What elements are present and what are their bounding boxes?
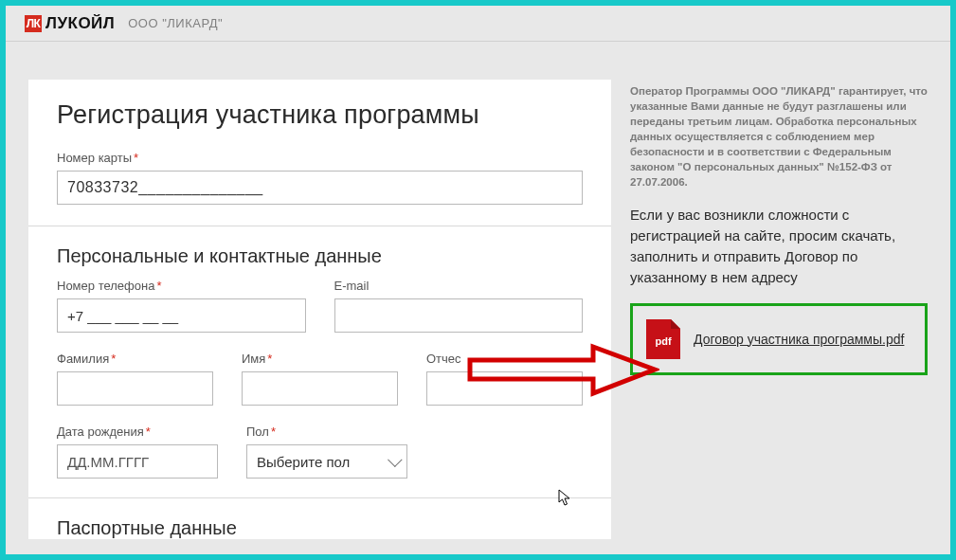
dob-field: Дата рождения* ДД.ММ.ГГГГ	[57, 425, 218, 479]
required-mark: *	[134, 151, 138, 165]
required-mark: *	[267, 352, 272, 366]
card-number-label: Номер карты*	[57, 151, 583, 165]
name-field: Имя*	[242, 352, 398, 406]
brand-logo-icon: ЛК	[25, 15, 42, 32]
gender-label-text: Пол	[246, 425, 269, 439]
gender-field: Пол* Выберите пол	[246, 425, 407, 479]
company-name: ООО "ЛИКАРД"	[128, 16, 223, 30]
gender-select[interactable]: Выберите пол	[246, 444, 407, 479]
surname-field: Фамилия*	[57, 352, 213, 406]
row-dob-gender: Дата рождения* ДД.ММ.ГГГГ Пол* Выберите …	[57, 425, 583, 479]
section-divider	[28, 497, 611, 498]
name-label: Имя*	[242, 352, 398, 366]
gender-label: Пол*	[246, 425, 407, 439]
brand: ЛК ЛУКОЙЛ	[25, 14, 115, 33]
surname-label-text: Фамилия	[57, 352, 109, 366]
section-heading-passport: Паспортные данные	[57, 517, 583, 539]
row-phone-email: Номер телефона* E-mail	[57, 279, 583, 333]
content: Регистрация участника программы Номер ка…	[6, 42, 950, 539]
section-divider	[28, 226, 611, 226]
topbar: ЛК ЛУКОЙЛ ООО "ЛИКАРД"	[6, 6, 950, 42]
required-mark: *	[146, 425, 151, 439]
gender-select-wrap: Выберите пол	[246, 444, 407, 479]
email-label: E-mail	[334, 279, 584, 293]
card-number-input[interactable]	[57, 171, 583, 205]
surname-input[interactable]	[57, 371, 213, 406]
card-number-field: Номер карты*	[57, 151, 583, 205]
phone-label: Номер телефона*	[57, 279, 306, 293]
download-contract-link[interactable]: Договор участника программы.pdf	[694, 331, 904, 349]
app-frame: ЛК ЛУКОЙЛ ООО "ЛИКАРД" Регистрация участ…	[0, 0, 956, 560]
help-text: Если у вас возникли сложности с регистра…	[630, 205, 928, 288]
email-input[interactable]	[334, 298, 584, 333]
aside: Оператор Программы ООО "ЛИКАРД" гарантир…	[630, 80, 928, 375]
disclaimer-text: Оператор Программы ООО "ЛИКАРД" гарантир…	[630, 83, 928, 190]
dob-label-text: Дата рождения	[57, 425, 144, 439]
card-number-label-text: Номер карты	[57, 151, 132, 165]
patronymic-input[interactable]	[426, 371, 583, 406]
required-mark: *	[111, 352, 116, 366]
phone-field: Номер телефона*	[57, 279, 306, 333]
phone-input[interactable]	[57, 298, 306, 333]
registration-form-panel: Регистрация участника программы Номер ка…	[28, 80, 611, 539]
surname-label: Фамилия*	[57, 352, 213, 366]
spacer	[436, 425, 583, 479]
phone-label-text: Номер телефона	[57, 279, 154, 293]
patronymic-label: Отчес	[426, 352, 583, 366]
dob-input[interactable]: ДД.ММ.ГГГГ	[57, 444, 218, 479]
patronymic-field: Отчес	[426, 352, 583, 406]
download-box: pdf Договор участника программы.pdf	[630, 303, 928, 375]
pdf-file-icon: pdf	[646, 319, 680, 359]
section-heading-personal: Персональные и контактные данные	[57, 245, 583, 267]
name-label-text: Имя	[242, 352, 265, 366]
row-fio: Фамилия* Имя* Отчес	[57, 352, 583, 406]
brand-name: ЛУКОЙЛ	[45, 14, 115, 33]
required-mark: *	[271, 425, 276, 439]
pdf-badge-text: pdf	[655, 335, 671, 347]
required-mark: *	[156, 279, 161, 293]
email-field: E-mail	[334, 279, 584, 333]
dob-label: Дата рождения*	[57, 425, 218, 439]
name-input[interactable]	[242, 371, 398, 406]
page-title: Регистрация участника программы	[57, 100, 583, 130]
